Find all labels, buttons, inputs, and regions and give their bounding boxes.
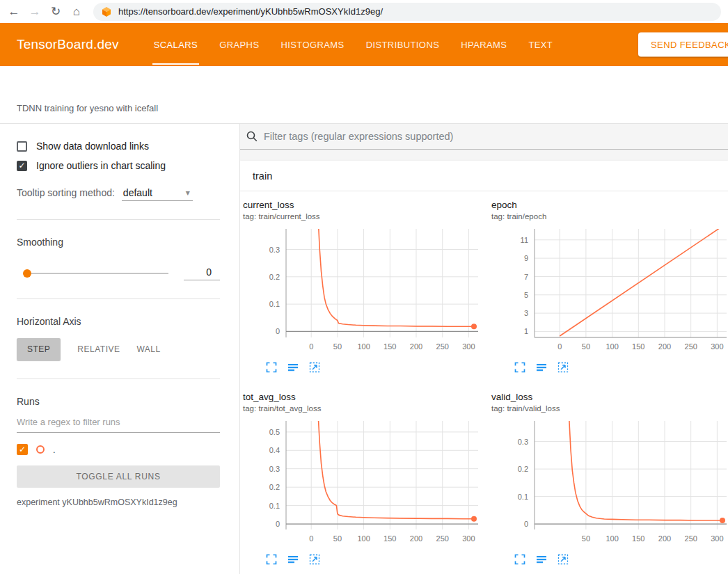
chart-toolbar xyxy=(243,361,491,374)
tab-scalars[interactable]: SCALARS xyxy=(152,23,200,66)
filter-tags-input[interactable] xyxy=(264,131,728,142)
svg-text:0: 0 xyxy=(276,520,280,528)
svg-text:0.1: 0.1 xyxy=(518,493,528,501)
axis-step-button[interactable]: STEP xyxy=(17,338,61,360)
smoothing-section: Smoothing 0 xyxy=(17,220,220,299)
svg-text:0.2: 0.2 xyxy=(269,483,280,491)
runs-label: Runs xyxy=(17,396,220,407)
chart-title: valid_loss xyxy=(491,392,728,402)
runs-selector-icon[interactable] xyxy=(535,361,548,374)
svg-text:0.3: 0.3 xyxy=(518,438,528,446)
fit-domain-icon[interactable] xyxy=(308,553,321,566)
expand-chart-icon[interactable] xyxy=(265,361,278,374)
show-download-links-checkbox[interactable] xyxy=(17,141,27,152)
smoothing-slider[interactable] xyxy=(24,273,168,274)
search-icon xyxy=(246,130,258,143)
back-icon[interactable]: ← xyxy=(4,2,24,22)
expand-chart-icon[interactable] xyxy=(514,553,526,566)
expand-chart-icon[interactable] xyxy=(514,361,526,374)
chart-title: epoch xyxy=(491,200,728,210)
experiment-name: experiment yKUbhb5wRmOSXYkId1z9eg xyxy=(17,497,220,507)
svg-text:100: 100 xyxy=(606,534,618,543)
ignore-outliers-row[interactable]: ✓ Ignore outliers in chart scaling xyxy=(17,160,220,171)
svg-text:250: 250 xyxy=(685,534,697,543)
chart-toolbar xyxy=(491,553,728,566)
svg-text:100: 100 xyxy=(606,342,618,351)
tab-distributions[interactable]: DISTRIBUTIONS xyxy=(365,23,441,66)
svg-text:5: 5 xyxy=(524,291,528,299)
svg-text:150: 150 xyxy=(383,534,396,543)
tab-hparams[interactable]: HPARAMS xyxy=(459,23,508,66)
runs-selector-icon[interactable] xyxy=(535,553,548,566)
smoothing-slider-thumb[interactable] xyxy=(23,269,31,278)
fit-domain-icon[interactable] xyxy=(557,553,569,566)
run-row[interactable]: ✓ . xyxy=(17,444,220,455)
svg-text:0.3: 0.3 xyxy=(269,465,280,473)
chart-block-tot-avg-loss: tot_avg_loss tag: train/tot_avg_loss 00.… xyxy=(243,392,491,566)
svg-text:0.1: 0.1 xyxy=(269,300,280,308)
tab-text[interactable]: TEXT xyxy=(527,23,554,66)
smoothing-label: Smoothing xyxy=(17,237,220,248)
axis-wall-button[interactable]: WALL xyxy=(136,344,160,354)
fit-domain-icon[interactable] xyxy=(308,361,321,374)
line-chart-current-loss[interactable]: 00.10.20.3050100150200250300 xyxy=(243,223,486,356)
address-bar[interactable]: https://tensorboard.dev/experiment/yKUbh… xyxy=(93,3,721,21)
svg-text:0: 0 xyxy=(276,327,280,335)
svg-text:200: 200 xyxy=(410,534,422,543)
svg-text:0.2: 0.2 xyxy=(518,465,528,473)
chart-tag: tag: train/epoch xyxy=(491,212,728,221)
fit-domain-icon[interactable] xyxy=(557,361,569,374)
svg-text:9: 9 xyxy=(524,254,528,262)
chart-tag: tag: train/tot_avg_loss xyxy=(243,404,491,413)
svg-text:200: 200 xyxy=(658,342,671,351)
svg-text:0: 0 xyxy=(309,342,313,351)
runs-selector-icon[interactable] xyxy=(287,553,299,566)
toggle-all-runs-button[interactable]: TOGGLE ALL RUNS xyxy=(17,465,220,488)
runs-selector-icon[interactable] xyxy=(287,361,299,374)
home-icon[interactable]: ⌂ xyxy=(67,2,86,22)
svg-text:150: 150 xyxy=(632,342,644,351)
chart-tag: tag: train/current_loss xyxy=(243,212,491,221)
runs-section: Runs ✓ . TOGGLE ALL RUNS experiment yKUb… xyxy=(17,379,220,525)
expand-chart-icon[interactable] xyxy=(265,553,278,566)
svg-text:150: 150 xyxy=(383,342,396,351)
line-chart-epoch[interactable]: 1357911050100150200250300 xyxy=(491,223,728,356)
show-download-links-label: Show data download links xyxy=(36,141,149,152)
send-feedback-button[interactable]: SEND FEEDBACK xyxy=(638,33,728,57)
svg-text:300: 300 xyxy=(462,342,475,351)
settings-sidebar: Show data download links ✓ Ignore outlie… xyxy=(0,124,240,574)
app-header: TensorBoard.dev SCALARS GRAPHS HISTOGRAM… xyxy=(0,23,728,66)
ignore-outliers-checkbox[interactable]: ✓ xyxy=(17,161,27,171)
train-section-header[interactable]: train xyxy=(240,161,728,191)
runs-regex-input[interactable] xyxy=(17,411,220,433)
svg-text:200: 200 xyxy=(658,534,671,543)
run-color-swatch-icon xyxy=(36,445,45,454)
run-checkbox[interactable]: ✓ xyxy=(17,444,28,455)
tab-graphs[interactable]: GRAPHS xyxy=(218,23,260,66)
svg-text:300: 300 xyxy=(462,534,475,543)
axis-relative-button[interactable]: RELATIVE xyxy=(77,344,120,354)
svg-text:0: 0 xyxy=(557,342,562,351)
line-chart-tot-avg-loss[interactable]: 00.10.20.30.40.5050100150200250300 xyxy=(243,415,486,548)
svg-text:0: 0 xyxy=(309,534,313,543)
nav-tabs: SCALARS GRAPHS HISTOGRAMS DISTRIBUTIONS … xyxy=(152,23,573,66)
show-download-links-row[interactable]: Show data download links xyxy=(17,141,220,152)
svg-text:0.1: 0.1 xyxy=(269,502,280,510)
chart-block-valid-loss: valid_loss tag: train/valid_loss 00.10.2… xyxy=(491,392,728,566)
svg-text:300: 300 xyxy=(711,534,723,543)
chart-toolbar xyxy=(243,553,491,566)
chevron-down-icon: ▾ xyxy=(186,188,190,198)
line-chart-valid-loss[interactable]: 00.10.20.350100150200250300 xyxy=(491,415,728,548)
svg-text:0.5: 0.5 xyxy=(269,428,280,436)
reload-icon[interactable]: ↻ xyxy=(46,2,65,22)
tab-histograms[interactable]: HISTOGRAMS xyxy=(279,23,345,66)
tooltip-sorting-select[interactable]: default ▾ xyxy=(122,186,193,201)
filter-tags-row xyxy=(240,124,728,150)
svg-text:150: 150 xyxy=(632,534,644,543)
run-name: . xyxy=(53,445,56,455)
forward-icon[interactable]: → xyxy=(25,2,45,22)
horizontal-axis-section: Horizontal Axis STEP RELATIVE WALL xyxy=(17,299,220,379)
url-text: https://tensorboard.dev/experiment/yKUbh… xyxy=(118,6,383,17)
smoothing-value-input[interactable]: 0 xyxy=(184,266,220,280)
chart-toolbar xyxy=(491,361,728,374)
